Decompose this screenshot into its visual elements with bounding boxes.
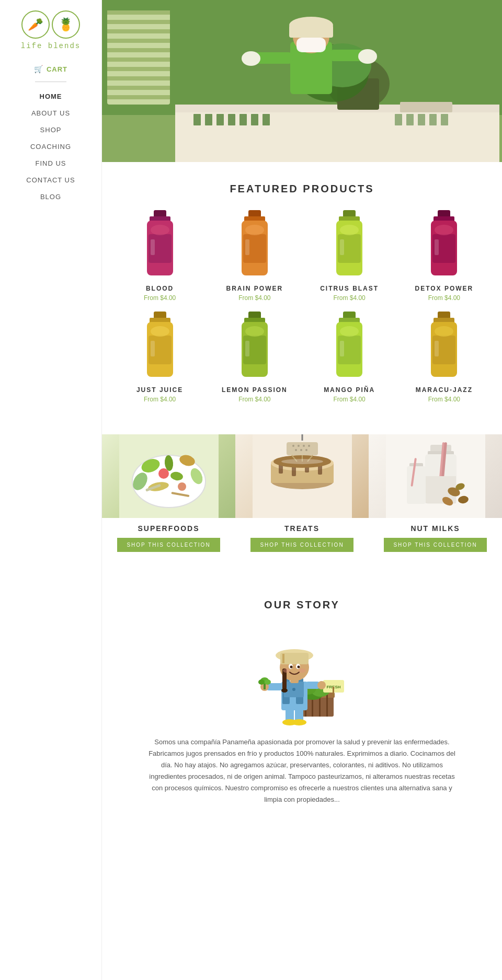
nav-link-contact[interactable]: CONTACT US <box>26 176 75 184</box>
svg-rect-60 <box>438 210 450 217</box>
svg-point-53 <box>245 225 264 235</box>
svg-point-122 <box>305 449 307 451</box>
product-price-justjuice: From $4.00 <box>144 396 176 403</box>
svg-rect-7 <box>107 48 170 52</box>
svg-rect-88 <box>435 341 439 356</box>
svg-point-97 <box>178 482 186 491</box>
svg-rect-36 <box>395 114 402 125</box>
product-name-maracu: MARACU-JAZZ <box>416 386 473 394</box>
superfoods-shop-button[interactable]: SHOP THIS COLLECTION <box>117 538 220 552</box>
svg-rect-70 <box>151 341 155 356</box>
svg-rect-42 <box>154 210 166 217</box>
nav-item-shop[interactable]: SHOP <box>40 125 62 134</box>
product-bottle-maracu <box>423 312 465 380</box>
treats-image <box>235 434 369 518</box>
product-just-juice[interactable]: JUST JUICE From $4.00 <box>118 312 202 403</box>
nav-link-shop[interactable]: SHOP <box>40 126 62 134</box>
svg-rect-4 <box>107 20 170 24</box>
svg-point-118 <box>303 445 305 447</box>
logo-circle-left: 🥕 <box>21 10 50 39</box>
collections-section: SUPERFOODS SHOP THIS COLLECTION <box>102 434 502 578</box>
svg-rect-11 <box>107 86 170 90</box>
nav-menu: HOME ABOUT US SHOP COACHING FIND US CONT… <box>26 91 75 201</box>
svg-point-59 <box>340 225 359 235</box>
main-nav: HOME ABOUT US SHOP COACHING FIND US CONT… <box>26 86 75 201</box>
svg-rect-52 <box>245 239 249 255</box>
svg-rect-168 <box>282 654 284 663</box>
collection-superfoods: SUPERFOODS SHOP THIS COLLECTION <box>102 434 235 568</box>
svg-point-65 <box>435 225 453 235</box>
svg-rect-48 <box>248 210 261 217</box>
treats-shop-button[interactable]: SHOP THIS COLLECTION <box>250 538 353 552</box>
nav-item-coaching[interactable]: COACHING <box>30 142 71 151</box>
product-bottle-lemon <box>234 312 276 380</box>
svg-rect-24 <box>296 38 326 52</box>
nav-item-home[interactable]: HOME <box>40 91 62 101</box>
product-maracu-jazz[interactable]: MARACU-JAZZ From $4.00 <box>402 312 486 403</box>
svg-point-124 <box>281 459 323 464</box>
svg-rect-72 <box>248 312 261 319</box>
product-detox-power[interactable]: DETOX POWER From $4.00 <box>402 211 486 302</box>
svg-rect-3 <box>107 10 170 15</box>
svg-rect-33 <box>239 114 247 125</box>
product-name-citrus: CITRUS BLAST <box>320 285 379 292</box>
svg-rect-40 <box>441 114 448 125</box>
svg-rect-76 <box>245 341 249 356</box>
product-name-lemon: LEMON PASSION <box>222 386 288 394</box>
product-mango-pina[interactable]: MANGO PIÑA From $4.00 <box>307 312 392 403</box>
svg-point-83 <box>340 326 359 337</box>
svg-rect-12 <box>107 95 170 99</box>
nav-link-home[interactable]: HOME <box>40 93 62 100</box>
svg-rect-35 <box>263 114 270 125</box>
product-price-blood: From $4.00 <box>144 294 176 302</box>
nav-item-blog[interactable]: BLOG <box>40 192 61 201</box>
svg-point-176 <box>299 668 306 673</box>
product-lemon-passion[interactable]: LEMON PASSION From $4.00 <box>212 312 296 403</box>
svg-point-173 <box>290 666 292 668</box>
product-price-brain: From $4.00 <box>238 294 270 302</box>
nav-link-coaching[interactable]: COACHING <box>30 143 71 151</box>
svg-rect-126 <box>430 445 451 452</box>
svg-point-47 <box>151 225 169 235</box>
svg-point-155 <box>292 688 295 691</box>
nav-item-about[interactable]: ABOUT US <box>31 108 70 118</box>
hero-illustration <box>102 0 502 162</box>
nut-milks-shop-button[interactable]: SHOP THIS COLLECTION <box>384 538 486 552</box>
nav-link-blog[interactable]: BLOG <box>40 193 61 201</box>
svg-rect-54 <box>343 210 356 217</box>
sidebar: 🥕 🍍 life blends 🛒 CART HOME ABOUT US SHO… <box>0 0 102 827</box>
collection-nut-milks: NUT MILKS SHOP THIS COLLECTION <box>369 434 502 568</box>
nav-link-find-us[interactable]: FIND US <box>36 159 66 167</box>
nav-divider <box>35 82 66 82</box>
product-blood[interactable]: BLOOD From $4.00 <box>118 211 202 302</box>
svg-point-89 <box>435 326 453 337</box>
svg-point-175 <box>283 668 290 673</box>
product-name-mango: MANGO PIÑA <box>324 386 375 394</box>
svg-rect-31 <box>216 114 224 125</box>
bottle-svg-detox <box>423 208 465 281</box>
svg-rect-38 <box>418 114 425 125</box>
product-brain-power[interactable]: BRAIN POWER From $4.00 <box>212 211 296 302</box>
svg-rect-29 <box>193 114 201 125</box>
nav-link-about[interactable]: ABOUT US <box>31 109 70 117</box>
svg-rect-167 <box>280 653 309 664</box>
nav-item-find-us[interactable]: FIND US <box>36 158 66 168</box>
nav-item-contact[interactable]: CONTACT US <box>26 175 75 185</box>
svg-rect-66 <box>154 312 166 319</box>
nut-milks-name: NUT MILKS <box>410 524 460 533</box>
product-citrus-blast[interactable]: CITRUS BLAST From $4.00 <box>307 211 392 302</box>
hero-image <box>102 0 502 162</box>
site-name: life blends <box>21 42 81 50</box>
logo-circles: 🥕 🍍 <box>21 10 80 39</box>
svg-point-159 <box>292 719 306 725</box>
svg-rect-30 <box>205 114 212 125</box>
collections-grid: SUPERFOODS SHOP THIS COLLECTION <box>102 434 502 568</box>
bottle-svg-justjuice <box>139 309 181 383</box>
svg-rect-46 <box>151 239 155 255</box>
svg-rect-23 <box>289 25 333 38</box>
story-text: Somos una compañía Panameña apasionada p… <box>145 736 459 806</box>
superfoods-image <box>102 434 235 518</box>
cart-link[interactable]: 🛒 CART <box>34 65 67 73</box>
cart-label: CART <box>47 65 67 73</box>
treats-svg <box>253 434 352 518</box>
